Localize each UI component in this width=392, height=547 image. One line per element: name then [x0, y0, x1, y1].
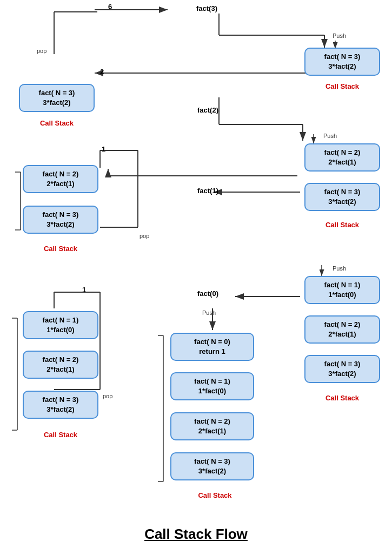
label-pop-mid: pop	[139, 233, 149, 239]
stack-box-br3: fact( N = 3)3*fact(2)	[304, 355, 380, 383]
label-fact1: fact(1)	[197, 187, 218, 195]
label-1-mid: 1	[102, 145, 105, 153]
label-1-bot: 1	[82, 286, 86, 294]
stack-box-bl2: fact( N = 2)2*fact(1)	[23, 351, 98, 379]
label-push-bm: Push	[202, 309, 216, 316]
stack-box-br1: fact( N = 1)1*fact(0)	[304, 276, 380, 304]
stack-box-tr1: fact( N = 3)3*fact(2)	[304, 48, 380, 76]
label-6: 6	[108, 3, 112, 11]
page-title: Call Stack Flow	[0, 526, 392, 543]
stack-box-ml1: fact( N = 2)2*fact(1)	[23, 165, 98, 193]
stack-box-tl1: fact( N = 3)3*fact(2)	[19, 84, 95, 112]
stack-box-bl1: fact( N = 1)1*fact(0)	[23, 311, 98, 339]
label-pop-bot: pop	[103, 393, 112, 399]
stack-box-mr1: fact( N = 2)2*fact(1)	[304, 143, 380, 172]
stack-box-bm3: fact( N = 2)2*fact(1)	[170, 412, 254, 440]
label-bm1: Call Stack	[184, 491, 246, 499]
stack-box-ml2: fact( N = 3)3*fact(2)	[23, 206, 98, 234]
label-fact2: fact(2)	[197, 106, 218, 114]
label-ml1: Call Stack	[31, 245, 90, 253]
label-2: 2	[100, 68, 104, 76]
label-push-mr: Push	[323, 133, 337, 139]
stack-box-bm1: fact( N = 0)return 1	[170, 333, 254, 361]
label-tl1: Call Stack	[27, 119, 87, 127]
label-fact0: fact(0)	[197, 289, 218, 298]
label-bl1: Call Stack	[31, 431, 90, 439]
stack-box-br2: fact( N = 2)2*fact(1)	[304, 315, 380, 344]
label-push-br: Push	[333, 265, 346, 272]
label-push-tr: Push	[333, 32, 346, 39]
stack-box-bm4: fact( N = 3)3*fact(2)	[170, 452, 254, 480]
label-br1: Call Stack	[313, 394, 372, 402]
stack-box-mr2: fact( N = 3)3*fact(2)	[304, 183, 380, 211]
label-tr1: Call Stack	[313, 82, 372, 90]
label-pop-top: pop	[37, 48, 46, 54]
stack-box-bm2: fact( N = 1)1*fact(0)	[170, 372, 254, 400]
label-fact3: fact(3)	[196, 4, 217, 12]
stack-box-bl3: fact( N = 3)3*fact(2)	[23, 391, 98, 419]
label-mr1: Call Stack	[313, 221, 372, 229]
